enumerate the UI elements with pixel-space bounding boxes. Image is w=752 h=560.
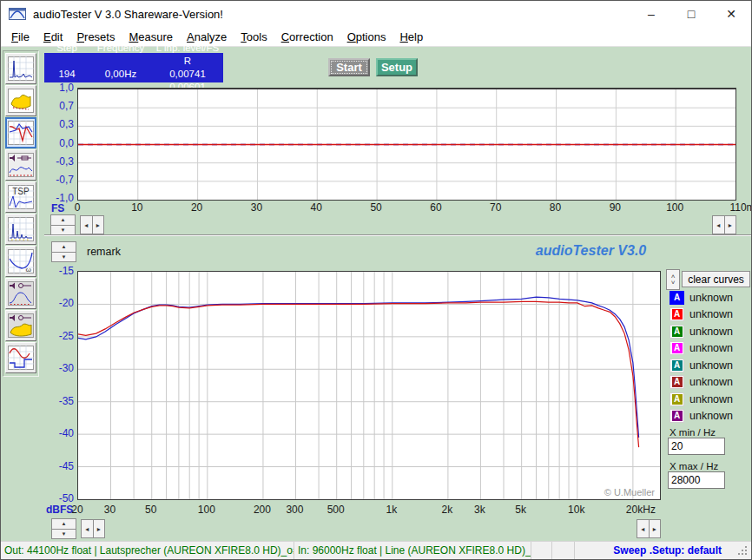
tsp-measure-icon: TSP bbox=[8, 185, 34, 209]
menu-item-tools[interactable]: Tools bbox=[234, 29, 274, 45]
legend-item[interactable]: Aunknown bbox=[670, 340, 751, 358]
axis-tick-label: 30 bbox=[251, 201, 262, 214]
axis-tick-label: 10k bbox=[568, 504, 584, 516]
axis-tick-label: 1k bbox=[386, 504, 397, 516]
fs-unit-label: FS bbox=[51, 202, 64, 214]
legend-label: unknown bbox=[689, 410, 733, 422]
curve-color-chip: A bbox=[670, 307, 684, 321]
legend-label: unknown bbox=[689, 376, 733, 388]
freq-chart-x-scroll-left[interactable]: ◂▸ bbox=[81, 519, 105, 538]
axis-tick-label: 30 bbox=[104, 504, 115, 516]
legend-item[interactable]: Aunknown bbox=[670, 391, 751, 408]
menu-item-options[interactable]: Options bbox=[340, 29, 393, 45]
legend-label: unknown bbox=[689, 342, 733, 354]
freq-chart-x-scroll-right[interactable]: ◂▸ bbox=[637, 519, 661, 538]
sidebar-tool-tsp-measure[interactable]: TSP bbox=[5, 181, 36, 213]
curve-letter: A bbox=[672, 309, 683, 320]
sidebar-tool-frequency-response[interactable] bbox=[5, 117, 36, 148]
axis-tick-label: 50 bbox=[370, 201, 381, 214]
axis-tick-label: 40 bbox=[311, 201, 322, 214]
resize-grip[interactable] bbox=[738, 546, 749, 557]
xmax-label: X max / Hz bbox=[670, 461, 718, 471]
freq-chart-y-spinner[interactable]: ▲▼ bbox=[51, 518, 76, 539]
curve-letter: A bbox=[672, 411, 683, 421]
window-title: audioTester V 3.0 Shareware-Version! bbox=[33, 8, 223, 21]
status-input-device: In: 96000Hz float | Line (AUREON XFIRE8.… bbox=[294, 542, 531, 559]
menu-item-help[interactable]: Help bbox=[392, 29, 430, 45]
waterfall-3d-icon bbox=[8, 89, 34, 113]
time-chart-x-scroll-right[interactable]: ◂▸ bbox=[712, 215, 736, 234]
speaker-mic-waterfall-icon bbox=[8, 313, 34, 338]
axis-tick-label: 300 bbox=[286, 504, 303, 516]
input-level-label: L inp. level/FS R bbox=[152, 42, 223, 68]
sidebar-tool-impedance-curve[interactable]: ω bbox=[5, 246, 36, 277]
axis-tick-label: 70 bbox=[490, 201, 501, 214]
frequency-label: Frequency bbox=[89, 42, 152, 68]
sidebar-tool-distortion-spectrum[interactable] bbox=[5, 214, 36, 245]
remark-spinner[interactable]: ▲▼ bbox=[51, 241, 76, 262]
axis-tick-label: -0,7 bbox=[48, 174, 74, 186]
axis-tick-label: 60 bbox=[430, 201, 441, 214]
status-sweep-setup: Sweep .Setup: default bbox=[575, 542, 751, 559]
section-divider bbox=[44, 234, 751, 236]
menu-item-file[interactable]: File bbox=[4, 29, 36, 45]
sidebar-tool-speaker-mic-waterfall[interactable] bbox=[5, 310, 36, 341]
axis-tick-label: 2k bbox=[442, 504, 453, 516]
curve-letter: A bbox=[672, 394, 683, 405]
legend-item[interactable]: Aunknown bbox=[670, 408, 751, 425]
axis-tick-label: 500 bbox=[327, 504, 345, 516]
legend-label: unknown bbox=[689, 292, 733, 304]
measurement-info-box: Step Frequency L inp. level/FS R 194 0,0… bbox=[44, 53, 223, 82]
frequency-response-icon bbox=[8, 121, 34, 145]
axis-tick-label: 10 bbox=[131, 201, 142, 214]
svg-text:ω: ω bbox=[26, 266, 31, 273]
waveform-generator-icon bbox=[8, 346, 34, 370]
legend-item[interactable]: Aunknown bbox=[670, 306, 751, 324]
maximize-button[interactable]: □ bbox=[671, 7, 711, 21]
curve-letter: A bbox=[672, 377, 683, 387]
axis-tick-label: 0,7 bbox=[48, 100, 74, 112]
axis-tick-label: 80 bbox=[550, 201, 561, 214]
xmin-input[interactable] bbox=[668, 438, 725, 455]
time-record-chart bbox=[77, 88, 736, 201]
close-button[interactable]: ✕ bbox=[711, 7, 751, 21]
axis-tick-label: 20kHz bbox=[626, 504, 656, 516]
legend-label: unknown bbox=[689, 326, 733, 338]
setup-button[interactable]: Setup bbox=[376, 58, 418, 76]
status-empty-cell-1 bbox=[531, 542, 552, 559]
frequency-response-chart bbox=[77, 271, 661, 500]
curve-select-spinner[interactable]: ˄˅ bbox=[666, 269, 680, 290]
axis-tick-label: 0 bbox=[75, 201, 81, 214]
legend-item[interactable]: Aunknown bbox=[670, 374, 751, 392]
spectrum-analyzer-icon bbox=[8, 56, 34, 81]
clear-curves-button[interactable]: clear curves bbox=[682, 271, 750, 287]
axis-tick-label: 0,0 bbox=[48, 137, 74, 149]
distortion-spectrum-icon bbox=[8, 217, 34, 241]
legend-item[interactable]: Aunknown bbox=[670, 289, 751, 306]
sidebar-tool-speaker-mic-response[interactable] bbox=[5, 278, 36, 309]
xmax-input[interactable] bbox=[668, 471, 725, 489]
axis-tick-label: -20 bbox=[48, 297, 74, 309]
sidebar-tool-waterfall-3d[interactable] bbox=[5, 85, 36, 116]
window-controls: – □ ✕ bbox=[631, 1, 751, 27]
start-button[interactable]: Start bbox=[328, 58, 370, 76]
sidebar-tool-spectrum-analyzer[interactable] bbox=[5, 53, 36, 84]
sidebar-tool-waveform-generator[interactable] bbox=[5, 342, 36, 373]
time-chart-x-scroll-left[interactable]: ◂▸ bbox=[80, 215, 104, 234]
sidebar-tool-level-sweep[interactable] bbox=[5, 149, 36, 181]
step-label: Step bbox=[44, 42, 89, 68]
legend-item[interactable]: Aunknown bbox=[670, 323, 751, 340]
curve-legend: AunknownAunknownAunknownAunknownAunknown… bbox=[670, 289, 751, 425]
axis-tick-label: 200 bbox=[254, 504, 271, 516]
app-window: audioTester V 3.0 Shareware-Version! – □… bbox=[0, 0, 752, 560]
remark-label: remark bbox=[87, 246, 121, 258]
menu-item-correction[interactable]: Correction bbox=[274, 29, 340, 45]
axis-tick-label: 100 bbox=[198, 504, 215, 516]
minimize-button[interactable]: – bbox=[631, 7, 671, 21]
legend-item[interactable]: Aunknown bbox=[670, 357, 751, 374]
time-chart-y-spinner[interactable]: ▲▼ bbox=[50, 214, 76, 235]
curve-color-chip: A bbox=[670, 359, 684, 372]
status-output-device: Out: 44100Hz float | Lautsprecher (AUREO… bbox=[1, 542, 294, 559]
axis-tick-label: 90 bbox=[610, 201, 621, 214]
curve-letter: A bbox=[670, 291, 684, 305]
